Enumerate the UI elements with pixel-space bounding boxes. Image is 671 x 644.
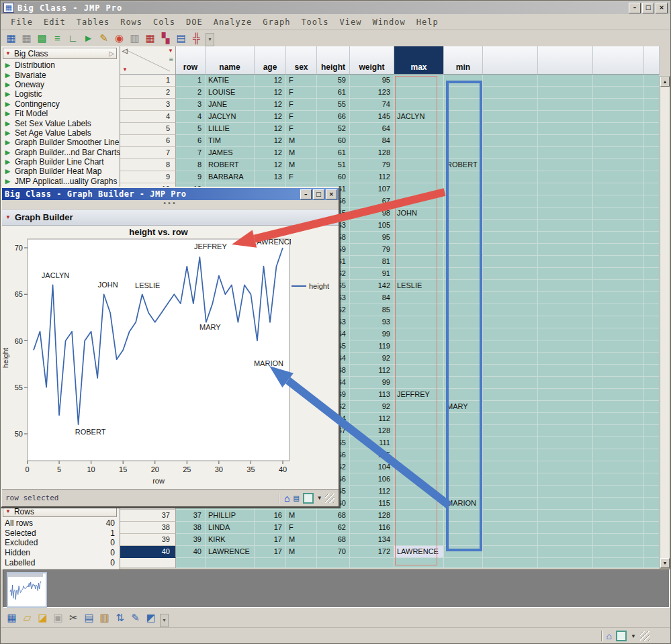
cell-empty[interactable] xyxy=(538,208,593,220)
cell-age[interactable]: 17 xyxy=(255,522,286,534)
cell-empty[interactable] xyxy=(593,123,644,135)
cell-rownum[interactable]: 38 xyxy=(120,522,176,534)
cut-icon[interactable]: ✂ xyxy=(66,610,81,625)
cell-max[interactable] xyxy=(394,437,444,449)
script-item[interactable]: ▶Oneway xyxy=(3,80,118,89)
cell-row[interactable]: 38 xyxy=(176,522,206,534)
cell-min[interactable] xyxy=(444,413,483,425)
run-script-icon[interactable]: ▶ xyxy=(5,130,10,136)
cell-empty[interactable] xyxy=(644,183,660,195)
cell-weight[interactable]: 79 xyxy=(350,244,394,256)
cell-weight[interactable]: 92 xyxy=(350,353,394,365)
cell-weight[interactable]: 91 xyxy=(350,268,394,280)
cell-empty[interactable] xyxy=(644,437,660,449)
run-script-icon[interactable]: ▶ xyxy=(5,101,10,107)
cell-height[interactable]: 59 xyxy=(317,75,350,87)
cell-empty[interactable] xyxy=(593,292,644,304)
cell-empty[interactable] xyxy=(538,147,593,159)
cell-sex[interactable]: M xyxy=(286,147,317,159)
cell-empty[interactable] xyxy=(538,340,593,353)
cell-empty[interactable] xyxy=(593,498,644,510)
cell-max[interactable] xyxy=(394,328,444,340)
script-item[interactable]: ▶Graph Builder Heat Map xyxy=(3,167,118,176)
cell-min[interactable] xyxy=(444,437,483,449)
summary-table-icon[interactable]: ▦ xyxy=(19,32,34,46)
cell-name[interactable]: LAWRENCE xyxy=(206,546,255,558)
sort-filter-icon[interactable]: ≡ xyxy=(169,55,173,63)
vertical-scrollbar[interactable]: ▲ ▼ xyxy=(660,76,670,569)
cell-name[interactable]: LINDA xyxy=(206,522,255,534)
report-icon[interactable]: ▤ xyxy=(294,493,299,503)
cell-max[interactable] xyxy=(394,522,444,534)
script-item[interactable]: ▶Fit Model xyxy=(3,109,118,118)
cell-row[interactable]: 7 xyxy=(176,147,206,159)
cell-empty[interactable] xyxy=(644,280,660,292)
cell-empty[interactable] xyxy=(644,159,660,171)
cell-max[interactable] xyxy=(394,147,444,159)
cell-weight[interactable]: 128 xyxy=(350,425,394,437)
cell-empty[interactable] xyxy=(538,365,593,377)
cell-empty[interactable] xyxy=(644,461,660,473)
cell-min[interactable] xyxy=(444,316,483,328)
run-script-icon[interactable]: ▶ xyxy=(5,120,10,127)
cell-row[interactable]: 6 xyxy=(176,135,206,147)
cell-weight[interactable]: 112 xyxy=(350,365,394,377)
cell-weight[interactable]: 95 xyxy=(350,232,394,244)
cell-weight[interactable]: 81 xyxy=(350,256,394,268)
cell-max[interactable]: JOHN xyxy=(394,208,444,220)
red-triangle-menu-icon[interactable]: ▼ xyxy=(5,50,11,56)
cell-weight[interactable]: 84 xyxy=(350,292,394,304)
cell-name[interactable]: PHILLIP xyxy=(206,510,255,522)
cell-empty[interactable] xyxy=(538,159,593,171)
run-script-icon[interactable]: ▶ xyxy=(5,110,10,117)
cell-sex[interactable]: F xyxy=(286,522,317,534)
data-table-indicator-icon[interactable] xyxy=(303,493,314,504)
cell-empty[interactable] xyxy=(644,244,660,256)
cell-row[interactable]: 5 xyxy=(176,123,206,135)
cell-empty[interactable] xyxy=(483,256,538,268)
cell-min[interactable] xyxy=(444,171,483,183)
cell-empty[interactable] xyxy=(593,268,644,280)
cell-empty[interactable] xyxy=(644,220,660,232)
cell-max[interactable] xyxy=(394,353,444,365)
cell-row[interactable]: 4 xyxy=(176,111,206,123)
cell-max[interactable] xyxy=(394,171,444,183)
cell-max[interactable] xyxy=(394,195,444,208)
cell-rownum[interactable]: 9 xyxy=(120,171,176,183)
cell-empty[interactable] xyxy=(538,111,593,123)
cell-min[interactable] xyxy=(444,425,483,437)
cell-height[interactable] xyxy=(317,558,350,568)
cell-empty[interactable] xyxy=(644,510,660,522)
script-item[interactable]: ▶Bivariate xyxy=(3,70,118,79)
cell-name[interactable]: KIRK xyxy=(206,534,255,546)
cell-age[interactable]: 12 xyxy=(255,75,286,87)
cell-empty[interactable] xyxy=(483,75,538,87)
cell-empty[interactable] xyxy=(644,123,660,135)
cell-empty[interactable] xyxy=(644,75,660,87)
cell-rownum[interactable]: 40 xyxy=(120,546,176,558)
cell-min[interactable]: MARION xyxy=(444,498,483,510)
cell-empty[interactable] xyxy=(644,292,660,304)
cell-row[interactable]: 9 xyxy=(176,171,206,183)
column-header-name[interactable]: name xyxy=(206,46,255,74)
cell-empty[interactable] xyxy=(483,111,538,123)
column-header-empty[interactable] xyxy=(538,46,593,74)
column-header-sex[interactable]: sex xyxy=(286,46,317,74)
cell-height[interactable]: 52 xyxy=(317,123,350,135)
cell-empty[interactable] xyxy=(538,316,593,328)
new-journal-icon[interactable]: ▦ xyxy=(5,610,19,625)
cell-age[interactable]: 12 xyxy=(255,99,286,111)
cell-weight[interactable]: 93 xyxy=(350,316,394,328)
cell-empty[interactable] xyxy=(483,365,538,377)
cell-row[interactable]: 39 xyxy=(176,534,206,546)
cell-empty[interactable] xyxy=(538,522,593,534)
cell-min[interactable] xyxy=(444,135,483,147)
cell-empty[interactable] xyxy=(644,498,660,510)
cell-rownum[interactable]: 4 xyxy=(120,111,176,123)
cell-empty[interactable] xyxy=(593,316,644,328)
cell-min[interactable] xyxy=(444,232,483,244)
cell-rownum[interactable]: 37 xyxy=(120,510,176,522)
cell-max[interactable] xyxy=(394,461,444,473)
cell-min[interactable] xyxy=(444,75,483,87)
menu-analyze[interactable]: Analyze xyxy=(208,16,258,28)
